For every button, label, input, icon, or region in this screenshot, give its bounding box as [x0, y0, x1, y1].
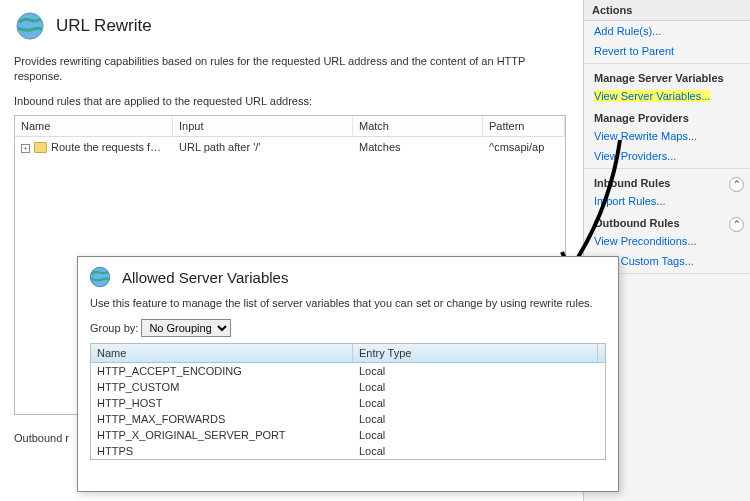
dialog-header: Allowed Server Variables: [78, 257, 618, 293]
col-header-pattern[interactable]: Pattern: [483, 116, 565, 136]
groupby-label: Group by:: [90, 322, 138, 334]
var-name-cell: HTTP_X_ORIGINAL_SERVER_PORT: [91, 427, 353, 443]
var-type-cell: Local: [353, 379, 598, 395]
col-header-match[interactable]: Match: [353, 116, 483, 136]
rule-input-cell: URL path after '/': [173, 137, 353, 158]
folder-icon: [34, 142, 47, 153]
col-header-name[interactable]: Name: [15, 116, 173, 136]
var-type-cell: Local: [353, 395, 598, 411]
rule-row[interactable]: +Route the requests for ... URL path aft…: [15, 137, 565, 158]
expand-icon[interactable]: +: [21, 144, 30, 153]
actions-title: Actions: [584, 0, 750, 21]
col-header-input[interactable]: Input: [173, 116, 353, 136]
dialog-description: Use this feature to manage the list of s…: [78, 293, 618, 319]
groupby-row: Group by: No Grouping: [78, 319, 618, 343]
view-vars-highlight: View Server Variables...: [594, 90, 710, 102]
revert-link[interactable]: Revert to Parent: [584, 41, 750, 61]
svg-point-2: [90, 267, 110, 287]
collapse-icon[interactable]: ⌃: [729, 217, 744, 232]
rule-name-text: Route the requests for ...: [51, 141, 172, 153]
var-name-cell: HTTPS: [91, 443, 353, 459]
page-description: Provides rewriting capabilities based on…: [8, 48, 572, 95]
view-providers-link[interactable]: View Providers...: [584, 146, 750, 166]
page-title: URL Rewrite: [56, 16, 152, 36]
vars-row[interactable]: HTTP_MAX_FORWARDSLocal: [91, 411, 605, 427]
inbound-section-label: Inbound Rules: [594, 177, 670, 189]
var-name-cell: HTTP_MAX_FORWARDS: [91, 411, 353, 427]
preconditions-link[interactable]: View Preconditions...: [584, 231, 750, 251]
vars-col-type[interactable]: Entry Type: [353, 344, 598, 362]
vars-row[interactable]: HTTP_HOSTLocal: [91, 395, 605, 411]
vars-col-name[interactable]: Name: [91, 344, 353, 362]
rule-match-cell: Matches: [353, 137, 483, 158]
var-type-cell: Local: [353, 363, 598, 379]
vars-row[interactable]: HTTP_X_ORIGINAL_SERVER_PORTLocal: [91, 427, 605, 443]
rule-name-cell: +Route the requests for ...: [15, 137, 173, 158]
var-type-cell: Local: [353, 427, 598, 443]
add-rules-link[interactable]: Add Rule(s)...: [584, 21, 750, 41]
outbound-section-label: Outbound Rules: [594, 217, 680, 229]
vars-grid-body: HTTP_ACCEPT_ENCODINGLocalHTTP_CUSTOMLoca…: [91, 363, 605, 459]
collapse-icon[interactable]: ⌃: [729, 177, 744, 192]
vars-grid-header: Name Entry Type: [91, 344, 605, 363]
grid-header: Name Input Match Pattern: [15, 116, 565, 137]
rule-pattern-cell: ^cmsapi/ap: [483, 137, 565, 158]
globe-icon: [14, 10, 46, 42]
manage-vars-section: Manage Server Variables: [584, 66, 750, 86]
allowed-vars-dialog: Allowed Server Variables Use this featur…: [77, 256, 619, 492]
view-maps-link[interactable]: View Rewrite Maps...: [584, 126, 750, 146]
inbound-section: Inbound Rules ⌃: [584, 171, 750, 191]
var-name-cell: HTTP_CUSTOM: [91, 379, 353, 395]
outbound-section: Outbound Rules ⌃: [584, 211, 750, 231]
import-rules-link[interactable]: Import Rules...: [584, 191, 750, 211]
globe-icon: [88, 265, 112, 289]
var-type-cell: Local: [353, 443, 598, 459]
var-name-cell: HTTP_HOST: [91, 395, 353, 411]
outbound-truncated-label: Outbound r: [14, 432, 69, 444]
page-header: URL Rewrite: [8, 0, 572, 48]
vars-row[interactable]: HTTPSLocal: [91, 443, 605, 459]
inbound-label: Inbound rules that are applied to the re…: [8, 95, 572, 113]
dialog-title: Allowed Server Variables: [122, 269, 288, 286]
var-type-cell: Local: [353, 411, 598, 427]
var-name-cell: HTTP_ACCEPT_ENCODING: [91, 363, 353, 379]
vars-grid: Name Entry Type HTTP_ACCEPT_ENCODINGLoca…: [90, 343, 606, 460]
groupby-select[interactable]: No Grouping: [141, 319, 231, 337]
view-vars-link[interactable]: View Server Variables...: [584, 86, 750, 106]
vars-row[interactable]: HTTP_ACCEPT_ENCODINGLocal: [91, 363, 605, 379]
manage-providers-section: Manage Providers: [584, 106, 750, 126]
vars-row[interactable]: HTTP_CUSTOMLocal: [91, 379, 605, 395]
